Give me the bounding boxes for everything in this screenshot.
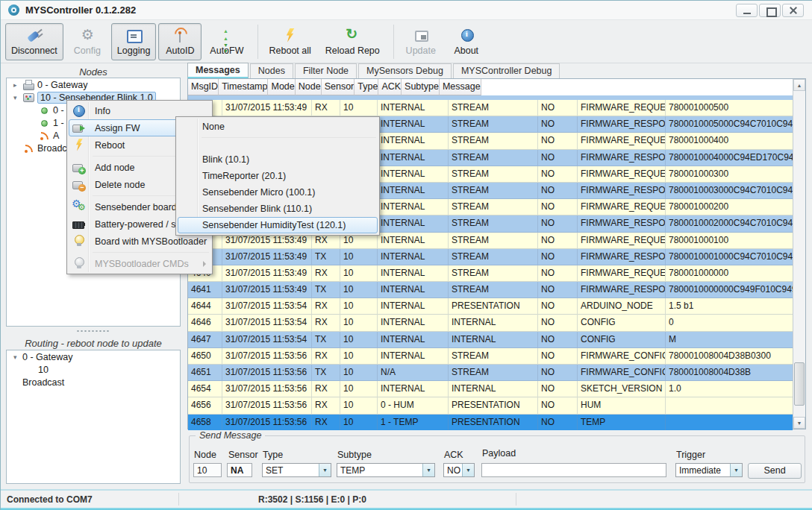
tree-item-label: 1 - bbox=[53, 118, 64, 128]
tree-item-icon bbox=[22, 142, 35, 154]
node-field[interactable]: 10 bbox=[193, 463, 222, 477]
toolbar-button-icon bbox=[218, 28, 236, 44]
firmware-item-label: Blink (10.1) bbox=[202, 154, 373, 165]
toolbar-button[interactable]: Config bbox=[66, 23, 109, 60]
column-header[interactable]: Type bbox=[355, 79, 378, 95]
firmware-menu-item[interactable]: TimeReporter (20.1) bbox=[178, 168, 378, 184]
column-header[interactable]: ACK bbox=[378, 79, 402, 95]
scroll-down-icon[interactable]: ▼ bbox=[793, 417, 805, 429]
toolbar-button[interactable]: Disconnect bbox=[5, 23, 63, 60]
cell-sensor: INTERNAL bbox=[378, 381, 449, 397]
firmware-menu-item[interactable]: Sensebender HumidityTest (120.1) bbox=[178, 217, 378, 233]
tab[interactable]: Filter Node bbox=[295, 63, 357, 78]
table-row[interactable]: 31/07/2015 11:53:49 RX 10 INTERNAL STREA… bbox=[188, 100, 793, 116]
subtype-select-value: TEMP bbox=[340, 465, 365, 476]
toolbar-button-icon bbox=[78, 28, 96, 44]
table-row[interactable]: 4654 31/07/2015 11:53:56 RX 10 INTERNAL … bbox=[188, 381, 793, 397]
table-row[interactable]: 4646 31/07/2015 11:53:54 RX 10 INTERNAL … bbox=[188, 315, 793, 331]
cell-message: 780001000300 bbox=[666, 166, 793, 183]
toolbar-button[interactable] bbox=[257, 25, 258, 59]
routing-tree-item[interactable]: ▾ 0 - Gateway bbox=[7, 350, 180, 363]
routing-tree-item[interactable]: Broadcast bbox=[7, 376, 180, 388]
tab[interactable]: Nodes bbox=[250, 63, 293, 78]
window-title: MYSController 0.1.2.282 bbox=[25, 4, 136, 16]
send-button[interactable]: Send bbox=[748, 463, 802, 479]
ack-select-value: NO bbox=[447, 465, 460, 476]
context-menu-item[interactable]: MYSBootloader CMDs bbox=[69, 255, 210, 272]
cell-msgid: 4644 bbox=[188, 298, 222, 315]
minimize-button[interactable] bbox=[736, 4, 758, 17]
table-row[interactable]: 31/07/2015 11:53:49 TX 10 INTERNAL STREA… bbox=[188, 249, 793, 265]
payload-label: Payload bbox=[482, 448, 516, 459]
cell-mode: RX bbox=[312, 315, 340, 331]
table-row[interactable]: 4647 31/07/2015 11:53:54 TX 10 INTERNAL … bbox=[188, 332, 793, 348]
cell-ack: NO bbox=[538, 365, 578, 381]
table-row[interactable]: 4656 31/07/2015 11:53:56 RX 10 0 - HUM P… bbox=[188, 397, 793, 414]
trigger-select[interactable]: Immediate ▼ bbox=[675, 463, 743, 477]
chevron-down-icon[interactable]: ▼ bbox=[319, 464, 331, 476]
tab[interactable]: MYSController Debug bbox=[453, 63, 560, 78]
table-row[interactable]: 4658 31/07/2015 11:53:56 RX 10 1 - TEMP … bbox=[188, 415, 793, 430]
chevron-down-icon[interactable]: ▼ bbox=[462, 464, 474, 476]
scrollbar-thumb[interactable] bbox=[794, 362, 805, 406]
close-button[interactable] bbox=[782, 4, 804, 17]
tree-expander-icon[interactable]: ▸ bbox=[13, 81, 22, 89]
firmware-menu-item[interactable]: None bbox=[178, 119, 378, 135]
firmware-menu-item[interactable]: Blink (10.1) bbox=[178, 151, 378, 168]
table-row[interactable]: 4641 31/07/2015 11:53:49 TX 10 INTERNAL … bbox=[188, 282, 793, 298]
toolbar-button[interactable]: Reboot all bbox=[263, 23, 317, 60]
column-header[interactable]: MsgID bbox=[188, 79, 219, 95]
cell-timestamp: 31/07/2015 11:53:54 bbox=[222, 298, 312, 315]
firmware-item-label: Sensebender Micro (100.1) bbox=[202, 187, 373, 198]
sensor-label: Sensor bbox=[228, 450, 258, 460]
table-row[interactable]: 4651 31/07/2015 11:53:56 TX 10 N/A STREA… bbox=[188, 365, 793, 381]
cell-node: 10 bbox=[340, 415, 378, 430]
panel-splitter[interactable] bbox=[76, 330, 110, 333]
firmware-menu-item[interactable]: Sensebender Micro (100.1) bbox=[178, 184, 378, 201]
table-row[interactable]: 4644 31/07/2015 11:53:54 RX 10 INTERNAL … bbox=[188, 298, 793, 315]
type-select[interactable]: SET ▼ bbox=[262, 463, 331, 477]
toolbar-button[interactable]: AutoFW bbox=[204, 23, 249, 60]
column-header[interactable]: Message bbox=[440, 79, 481, 95]
cell-type: STREAM bbox=[449, 233, 538, 249]
tree-item-icon bbox=[38, 130, 51, 141]
routing-tree-item[interactable]: 10 bbox=[7, 363, 180, 376]
firmware-menu-item[interactable] bbox=[178, 135, 378, 151]
toolbar-button-label: Disconnect bbox=[11, 45, 57, 56]
ack-select[interactable]: NO ▼ bbox=[443, 463, 475, 477]
column-header[interactable]: Mode bbox=[268, 79, 295, 95]
scroll-up-icon[interactable]: ▲ bbox=[793, 79, 805, 91]
maximize-button[interactable] bbox=[759, 4, 781, 17]
cell-ack: NO bbox=[538, 348, 578, 365]
cell-type: STREAM bbox=[449, 249, 538, 265]
toolbar-button[interactable]: About bbox=[445, 23, 488, 60]
firmware-menu-item[interactable]: Sensebender Blink (110.1) bbox=[178, 201, 378, 217]
toolbar-button[interactable]: Update bbox=[399, 23, 443, 60]
tree-item[interactable]: ▸ 0 - Gateway bbox=[7, 78, 180, 91]
toolbar-button[interactable]: AutoID bbox=[158, 23, 202, 60]
cell-subtype: CONFIG bbox=[578, 315, 666, 331]
tree-item-label: 0 - Gateway bbox=[37, 80, 87, 90]
chevron-down-icon[interactable]: ▼ bbox=[730, 464, 742, 476]
table-row[interactable]: 4640 31/07/2015 11:53:49 RX 10 INTERNAL … bbox=[188, 265, 793, 282]
tree-expander-icon[interactable]: ▾ bbox=[13, 353, 22, 361]
context-menu-item[interactable] bbox=[69, 250, 210, 255]
column-header[interactable]: Subtype bbox=[402, 79, 440, 95]
chevron-down-icon[interactable]: ▼ bbox=[422, 464, 434, 476]
payload-input[interactable] bbox=[481, 463, 666, 477]
toolbar-button[interactable] bbox=[393, 25, 394, 59]
tree-expander-icon[interactable]: ▾ bbox=[13, 94, 22, 101]
sensor-field[interactable]: NA bbox=[227, 463, 252, 477]
tab[interactable]: Messages bbox=[187, 63, 249, 78]
toolbar-button[interactable]: Reload Repo bbox=[319, 23, 386, 60]
toolbar-button[interactable]: Logging bbox=[111, 23, 157, 60]
column-header[interactable]: Sensor bbox=[322, 79, 355, 95]
tab[interactable]: MySensors Debug bbox=[358, 63, 452, 78]
column-header[interactable]: Node bbox=[296, 79, 322, 95]
column-header[interactable]: Timestamp bbox=[219, 79, 268, 95]
subtype-select[interactable]: TEMP ▼ bbox=[337, 463, 435, 477]
vertical-scrollbar[interactable]: ▲ ▼ bbox=[793, 79, 805, 429]
cell-node: 10 bbox=[340, 249, 378, 265]
table-row[interactable]: 4650 31/07/2015 11:53:56 RX 10 INTERNAL … bbox=[188, 348, 793, 365]
cell-subtype: SKETCH_VERSION bbox=[578, 381, 666, 397]
